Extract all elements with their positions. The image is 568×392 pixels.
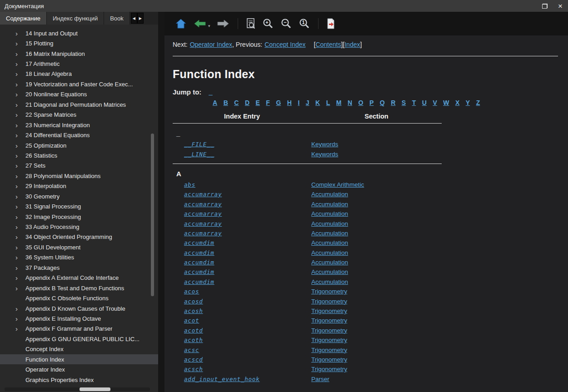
function-link[interactable]: acosh	[184, 308, 203, 314]
function-link[interactable]: accumarray	[184, 220, 222, 227]
function-link[interactable]: accumdim	[184, 278, 214, 285]
back-button[interactable]	[190, 17, 210, 30]
chevron-right-icon[interactable]: ›	[15, 233, 25, 240]
tree-vertical-scrollbar[interactable]	[151, 28, 154, 386]
tree-item[interactable]: Graphics Properties Index	[0, 375, 158, 385]
section-link[interactable]: Trigonometry	[311, 288, 347, 295]
tree-item[interactable]: ›36 System Utilities	[0, 253, 158, 263]
chevron-right-icon[interactable]: ›	[15, 264, 25, 271]
doc-viewport[interactable]: Next: Operator Index , Previous: Concept…	[164, 35, 568, 392]
nav-contents-link[interactable]: Contents	[315, 41, 341, 48]
letter-link[interactable]: J	[306, 99, 309, 106]
tree-item[interactable]: ›20 Nonlinear Equations	[0, 89, 158, 99]
letter-link[interactable]: D	[245, 99, 249, 106]
function-link[interactable]: acsc	[184, 347, 199, 353]
tree-item[interactable]: Appendix G GNU GENERAL PUBLIC LIC...	[0, 334, 158, 344]
section-link[interactable]: Accumulation	[311, 220, 348, 227]
scrollbar-thumb[interactable]	[80, 387, 110, 391]
home-button[interactable]	[172, 16, 190, 31]
chevron-right-icon[interactable]: ›	[15, 101, 25, 108]
letter-link[interactable]: L	[326, 99, 330, 106]
tree-item[interactable]: ›14 Input and Output	[0, 28, 158, 38]
section-link[interactable]: Trigonometry	[311, 356, 347, 363]
tree-item[interactable]: ›31 Signal Processing	[0, 201, 158, 211]
tree-item[interactable]: Operator Index	[0, 364, 158, 374]
chevron-right-icon[interactable]: ›	[15, 203, 25, 210]
letter-link[interactable]: W	[443, 99, 449, 106]
chevron-right-icon[interactable]: ›	[15, 60, 25, 67]
zoom-original-button[interactable]: 1	[295, 16, 314, 31]
tree-item[interactable]: ›Appendix D Known Causes of Trouble	[0, 303, 158, 313]
tree-item[interactable]: ›Appendix F Grammar and Parser	[0, 324, 158, 334]
letter-link[interactable]: H	[287, 99, 292, 106]
chevron-right-icon[interactable]: ›	[15, 81, 25, 88]
chevron-right-icon[interactable]: ›	[15, 111, 25, 118]
section-link[interactable]: Trigonometry	[311, 308, 347, 314]
letter-link[interactable]: E	[256, 99, 260, 106]
zoom-out-button[interactable]: −	[277, 16, 295, 31]
tree-item[interactable]: ›23 Numerical Integration	[0, 120, 158, 130]
section-link[interactable]: Keywords	[311, 141, 338, 148]
tree-horizontal-scrollbar[interactable]	[5, 387, 150, 391]
function-link[interactable]: accumdim	[184, 259, 214, 266]
chevron-right-icon[interactable]: ›	[15, 152, 25, 159]
chevron-right-icon[interactable]: ›	[15, 183, 25, 189]
find-in-page-button[interactable]	[243, 16, 259, 31]
chevron-down-icon[interactable]: ▾	[208, 24, 210, 28]
function-link[interactable]: acosd	[184, 298, 203, 305]
export-button[interactable]	[323, 16, 339, 31]
tree-item[interactable]: ›30 Geometry	[0, 191, 158, 201]
tab-contents[interactable]: Содержание	[0, 12, 47, 25]
tree-item[interactable]: Concept Index	[0, 344, 158, 354]
letter-link[interactable]: C	[234, 99, 239, 106]
chevron-right-icon[interactable]: ›	[15, 162, 25, 169]
letter-link[interactable]: P	[369, 99, 374, 106]
tree-item[interactable]: ›19 Vectorization and Faster Code Exec..…	[0, 79, 158, 89]
function-link[interactable]: acoth	[184, 337, 203, 343]
chevron-right-icon[interactable]: ›	[15, 40, 25, 47]
tree-item[interactable]: ›32 Image Processing	[0, 212, 158, 222]
tree-item[interactable]: ›35 GUI Development	[0, 242, 158, 252]
function-link[interactable]: acos	[184, 288, 199, 295]
function-link[interactable]: acot	[184, 317, 199, 324]
letter-link[interactable]: R	[391, 99, 395, 106]
chevron-right-icon[interactable]: ›	[15, 274, 25, 281]
function-link[interactable]: acsch	[184, 366, 203, 372]
letter-link[interactable]: T	[412, 99, 416, 106]
chevron-right-icon[interactable]: ›	[15, 132, 25, 139]
restore-button[interactable]	[537, 0, 553, 12]
tree-item[interactable]: ›27 Sets	[0, 161, 158, 171]
section-link[interactable]: Complex Arithmetic	[311, 181, 364, 188]
tree-item[interactable]: ›16 Matrix Manipulation	[0, 49, 158, 59]
chevron-right-icon[interactable]: ›	[15, 50, 25, 57]
letter-link[interactable]: N	[348, 99, 352, 106]
function-link[interactable]: accumdim	[184, 239, 214, 246]
letter-link[interactable]: U	[422, 99, 427, 106]
tree-item[interactable]: ›18 Linear Algebra	[0, 69, 158, 79]
section-link[interactable]: Trigonometry	[311, 366, 347, 372]
letter-link[interactable]: K	[315, 99, 320, 106]
function-link[interactable]: accumarray	[184, 191, 222, 198]
letter-link[interactable]: O	[359, 99, 364, 106]
section-link[interactable]: Accumulation	[311, 249, 348, 256]
section-link[interactable]: Accumulation	[311, 259, 348, 266]
letter-link[interactable]: B	[224, 99, 228, 106]
function-link[interactable]: accumarray	[184, 201, 222, 208]
tree-item[interactable]: ›Appendix A External Code Interface	[0, 273, 158, 283]
tab-scroll-left-button[interactable]: ◀	[131, 13, 137, 24]
scrollbar-thumb[interactable]	[151, 134, 154, 296]
function-link[interactable]: accumdim	[184, 268, 214, 275]
function-link[interactable]: __LINE__	[184, 151, 214, 158]
close-button[interactable]: ×	[553, 0, 568, 12]
section-link[interactable]: Accumulation	[311, 230, 348, 237]
tree-item[interactable]: ›21 Diagonal and Permutation Matrices	[0, 99, 158, 109]
chevron-right-icon[interactable]: ›	[15, 193, 25, 200]
tree-item[interactable]: ›24 Differential Equations	[0, 130, 158, 140]
nav-next-link[interactable]: Operator Index	[190, 41, 232, 48]
tree-item[interactable]: ›34 Object Oriented Programming	[0, 232, 158, 242]
tree-item[interactable]: ›15 Plotting	[0, 38, 158, 48]
function-link[interactable]: add_input_event_hook	[184, 376, 260, 382]
letter-link[interactable]: S	[402, 99, 406, 106]
function-link[interactable]: accumarray	[184, 210, 222, 217]
nav-index-link[interactable]: Index	[344, 41, 360, 48]
